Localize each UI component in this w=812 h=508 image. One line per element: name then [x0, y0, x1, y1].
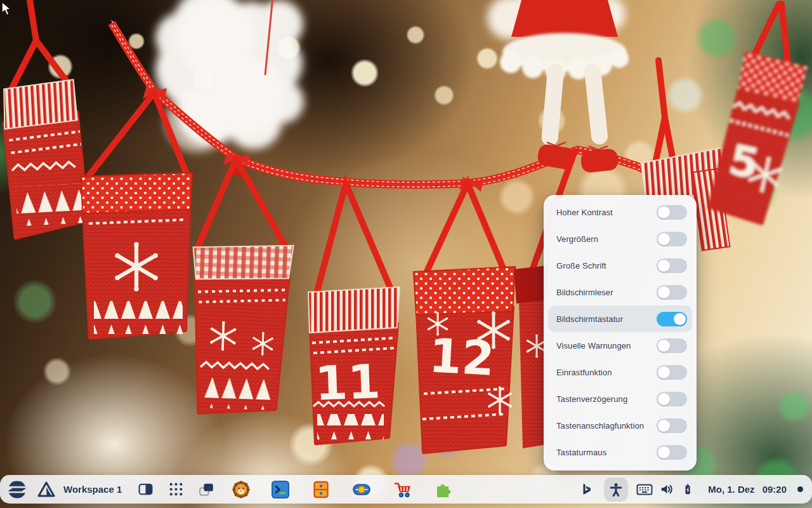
advent-bag-partial: [514, 265, 548, 448]
accessibility-menu: Hoher Kontrast Vergrößern Große Schrift …: [544, 195, 697, 471]
accessibility-person-icon: [608, 482, 624, 497]
lion-icon: [232, 480, 251, 499]
input-source-b-icon: [580, 483, 594, 497]
menu-row-high-contrast[interactable]: Hoher Kontrast: [544, 199, 697, 225]
toggle-knob: [674, 313, 686, 325]
desktop: 11 12: [0, 0, 812, 508]
volume-tray-button[interactable]: [658, 482, 675, 497]
toggle-bounce-keys[interactable]: [657, 418, 687, 433]
extensions-button[interactable]: [433, 480, 453, 499]
split-screen-button[interactable]: [136, 481, 155, 497]
menu-row-bounce-keys[interactable]: Tastenanschlagfunktion: [544, 412, 697, 439]
terminal-icon: [271, 480, 290, 499]
menu-label-mouse-keys: Tastaturmaus: [556, 448, 606, 457]
split-screen-icon: [138, 481, 154, 497]
toggle-knob: [658, 206, 670, 218]
app-grid-icon: [168, 481, 184, 497]
workspace-switcher[interactable]: Workspace 1: [63, 484, 122, 495]
toggle-knob: [658, 420, 670, 432]
taskbar-right-cluster: Mo, 1. Dez 09:20: [579, 478, 803, 502]
menu-label-bounce-keys: Tastenanschlagfunktion: [556, 421, 644, 431]
advent-bag-12: 12: [414, 267, 515, 452]
app-launcher-a-button[interactable]: [37, 481, 56, 498]
puzzle-piece-icon: [433, 480, 452, 499]
toggle-screen-keyboard[interactable]: [657, 312, 687, 326]
taskbar: Workspace 1: [0, 475, 812, 504]
menu-label-sticky-keys: Einrastfunktion: [556, 368, 612, 377]
menu-label-magnifier: Vergrößern: [556, 234, 598, 244]
file-cabinet-icon: [311, 480, 331, 499]
terminal-button[interactable]: [270, 480, 291, 499]
bag-number-11: 11: [314, 354, 381, 411]
toggle-knob: [658, 366, 670, 378]
menu-row-slow-keys[interactable]: Tastenverzögerung: [544, 385, 697, 412]
software-store-button[interactable]: [393, 480, 413, 499]
toggle-knob: [658, 260, 670, 272]
toggle-sticky-keys[interactable]: [657, 365, 687, 380]
advent-bag-5: 5: [708, 50, 808, 225]
advent-bag-left: [3, 79, 89, 238]
input-source-button[interactable]: [579, 483, 595, 497]
menu-row-visual-alerts[interactable]: Visuelle Warnungen: [544, 332, 697, 359]
toggle-slow-keys[interactable]: [657, 392, 687, 406]
file-manager-button[interactable]: [311, 480, 331, 499]
accessibility-tray-button[interactable]: [604, 478, 628, 502]
shopping-cart-icon: [393, 480, 412, 499]
zorin-logo-icon: [8, 480, 27, 499]
toggle-large-text[interactable]: [657, 258, 687, 273]
clock[interactable]: Mo, 1. Dez 09:20: [708, 484, 787, 495]
triangle-a-logo-icon: [37, 481, 55, 498]
menu-label-screen-keyboard: Bildschirmtastatur: [556, 314, 623, 324]
doll-decoration: [487, 0, 629, 173]
settings-button[interactable]: [351, 481, 372, 498]
menu-row-screen-keyboard[interactable]: Bildschirmtastatur: [548, 305, 692, 332]
toggle-knob: [658, 340, 670, 352]
toggle-knob: [658, 286, 670, 298]
app-grid-button[interactable]: [166, 481, 185, 497]
menu-label-large-text: Große Schrift: [556, 261, 606, 271]
toggle-screen-reader[interactable]: [657, 285, 687, 300]
keyboard-icon: [636, 483, 653, 497]
zorin-menu-button[interactable]: [6, 480, 28, 499]
menu-row-mouse-keys[interactable]: Tastaturmaus: [544, 439, 697, 465]
lion-app-button[interactable]: [231, 480, 251, 499]
advent-bag-reindeer: [187, 242, 293, 415]
menu-row-magnifier[interactable]: Vergrößern: [544, 225, 697, 252]
menu-label-high-contrast: Hoher Kontrast: [556, 208, 613, 217]
clock-time: 09:20: [763, 484, 787, 495]
window-overview-icon: [198, 481, 215, 498]
advent-bag-11: 11: [308, 287, 400, 443]
menu-label-screen-reader: Bildschirmleser: [556, 288, 613, 297]
settings-slider-icon: [352, 481, 371, 498]
speaker-icon: [660, 482, 674, 497]
battery-charging-icon: [681, 482, 695, 497]
menu-row-screen-reader[interactable]: Bildschirmleser: [544, 279, 697, 305]
santa-fur-decoration: [155, 0, 304, 152]
menu-row-large-text[interactable]: Große Schrift: [544, 252, 697, 279]
menu-label-slow-keys: Tastenverzögerung: [556, 394, 627, 404]
toggle-mouse-keys[interactable]: [657, 445, 687, 460]
menu-label-visual-alerts: Visuelle Warnungen: [556, 341, 631, 351]
toggle-high-contrast[interactable]: [657, 205, 687, 220]
battery-tray-button[interactable]: [680, 482, 695, 497]
advent-bag-snowflake: [81, 173, 192, 338]
toggle-visual-alerts[interactable]: [657, 338, 687, 353]
keyboard-tray-button[interactable]: [636, 483, 653, 497]
window-overview-button[interactable]: [197, 481, 216, 498]
toggle-knob: [658, 233, 670, 245]
clock-date: Mo, 1. Dez: [708, 484, 754, 495]
bag-number-12: 12: [428, 328, 495, 385]
menu-row-sticky-keys[interactable]: Einrastfunktion: [544, 359, 697, 385]
toggle-knob: [658, 393, 670, 405]
toggle-knob: [658, 446, 670, 458]
tray-indicator-dot[interactable]: [797, 486, 803, 492]
toggle-magnifier[interactable]: [657, 232, 687, 246]
